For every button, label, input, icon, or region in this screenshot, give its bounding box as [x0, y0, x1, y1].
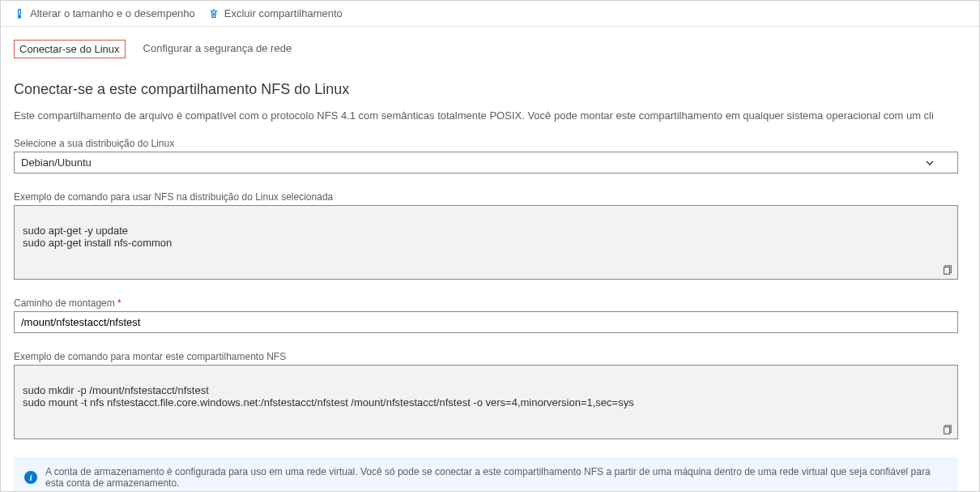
delete-share-button[interactable]: Excluir compartilhamento [208, 7, 343, 19]
mount-cmd-label: Exemplo de comando para montar este comp… [14, 351, 969, 362]
delete-share-label: Excluir compartilhamento [224, 7, 343, 19]
mount-path-input[interactable] [14, 311, 958, 333]
thermometer-icon [14, 8, 25, 19]
copy-icon[interactable] [941, 264, 952, 276]
mount-cmd-code: sudo mkdir -p /mount/nfstestacct/nfstest… [14, 365, 958, 439]
info-box: i A conta de armazenamento é configurada… [14, 457, 958, 492]
tab-configure-network-security[interactable]: Configurar a segurança de rede [138, 40, 297, 58]
distro-label: Selecione a sua distribuição do Linux [14, 138, 969, 149]
svg-rect-0 [19, 9, 21, 15]
chevron-down-icon [925, 158, 935, 168]
svg-rect-2 [944, 267, 950, 275]
svg-point-1 [18, 15, 21, 19]
nfs-cmd-code: sudo apt-get -y update sudo apt-get inst… [14, 205, 958, 280]
mount-path-label: Caminho de montagem * [14, 297, 969, 309]
distro-selected-value: Debian/Ubuntu [21, 156, 92, 169]
info-text: A conta de armazenamento é configurada p… [45, 466, 948, 489]
copy-icon[interactable] [941, 424, 952, 435]
nfs-cmd-label: Exemplo de comando para usar NFS na dist… [14, 191, 969, 203]
change-size-perf-button[interactable]: Alterar o tamanho e o desempenho [14, 7, 195, 19]
svg-rect-3 [944, 427, 950, 434]
change-size-label: Alterar o tamanho e o desempenho [30, 7, 195, 19]
page-title: Conectar-se a este compartilhamento NFS … [14, 81, 969, 98]
mount-cmd-text: sudo mkdir -p /mount/nfstestacct/nfstest… [23, 384, 634, 409]
tab-connect-linux[interactable]: Conectar-se do Linux [14, 40, 126, 58]
nfs-cmd-text: sudo apt-get -y update sudo apt-get inst… [23, 225, 172, 249]
trash-icon [208, 8, 219, 19]
distro-select[interactable]: Debian/Ubuntu [14, 152, 958, 173]
page-description: Este compartilhamento de arquivo é compa… [14, 109, 969, 122]
info-icon: i [24, 471, 37, 484]
tabs: Conectar-se do Linux Configurar a segura… [14, 40, 969, 58]
toolbar: Alterar o tamanho e o desempenho Excluir… [1, 1, 979, 27]
content-area: Conectar-se do Linux Configurar a segura… [1, 27, 979, 492]
